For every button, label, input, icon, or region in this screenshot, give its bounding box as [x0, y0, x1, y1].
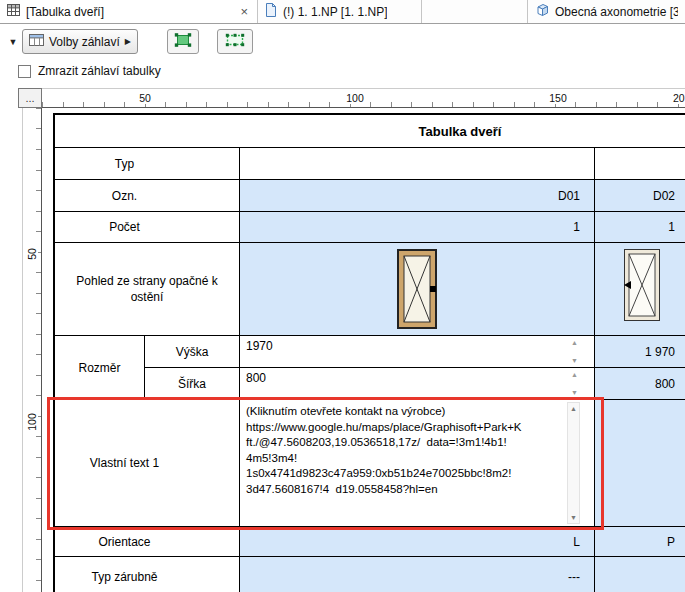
tab-label: [Tabulka dveří] — [26, 5, 104, 19]
cell-scrollbar[interactable]: ▲ ▼ — [567, 402, 580, 524]
floorplan-document-icon — [265, 3, 277, 20]
spin-up-icon[interactable]: ▲ — [571, 339, 578, 346]
freeze-header-checkbox[interactable] — [18, 65, 31, 78]
cell-ozn-d02[interactable]: D02 — [595, 180, 685, 212]
cell-door-preview-d01[interactable] — [240, 243, 595, 336]
ruler-label: 50 — [26, 244, 38, 264]
row-label-zarubne[interactable]: Typ zárubně — [55, 557, 240, 592]
ruler-label: 150 — [546, 92, 570, 104]
door-d01-preview-icon — [397, 249, 437, 332]
freeze-header-label: Zmrazit záhlaví tabulky — [38, 64, 161, 78]
tab-label: (!) 1. 1.NP [1. 1.NP] — [283, 5, 387, 19]
cell-sirka-d02[interactable]: 800 — [595, 368, 685, 400]
cell-zarubne-d01[interactable]: --- — [240, 557, 595, 592]
marquee-filled-button[interactable] — [167, 29, 199, 54]
tab-door-schedule[interactable]: [Tabulka dveří] × — [0, 0, 258, 23]
schedule-table-icon — [7, 4, 20, 19]
cell-sirka-d01[interactable]: 800 ▲ ▼ — [240, 368, 595, 400]
cell-vlastni-text-d01[interactable]: (Kliknutím otevřete kontakt na výrobce) … — [240, 400, 595, 527]
header-options-button[interactable]: Volby záhlaví ▶ — [22, 29, 138, 54]
cell-ozn-d01[interactable]: D01 — [240, 180, 595, 212]
marquee-outline-button[interactable] — [217, 29, 253, 54]
cell-typ-d01[interactable] — [240, 148, 595, 180]
row-label-pocet[interactable]: Počet — [55, 212, 240, 243]
row-label-pohled[interactable]: Pohled ze strany opačné k ostění — [55, 243, 240, 336]
app-window: [Tabulka dveří] × (!) 1. 1.NP [1. 1.NP] — [0, 0, 685, 592]
cell-vlastni-text-d02[interactable] — [595, 400, 685, 527]
schedule-title[interactable]: Tabulka dveří — [55, 115, 685, 148]
horizontal-ruler: 50 100 150 20 — [42, 88, 685, 108]
cell-pocet-d02[interactable]: 1 — [595, 212, 685, 243]
marquee-filled-icon — [174, 33, 192, 51]
ruler-options-button[interactable]: ... — [18, 88, 42, 108]
row-label-sirka[interactable]: Šířka — [145, 368, 240, 400]
cell-zarubne-d02[interactable] — [595, 557, 685, 592]
cell-orientace-d02[interactable]: P — [595, 527, 685, 557]
close-tab-icon[interactable]: × — [238, 5, 250, 18]
width-value: 800 — [246, 371, 266, 385]
toolbar-pulldown-icon[interactable]: ▼ — [5, 34, 21, 50]
row-label-rozmer[interactable]: Rozměr — [55, 336, 145, 400]
spin-up-icon[interactable]: ▲ — [571, 371, 578, 378]
cell-orientace-d01[interactable]: L — [240, 527, 595, 557]
ruler-label: 100 — [26, 412, 38, 432]
row-label-typ[interactable]: Typ — [55, 148, 240, 180]
custom-text-value: (Kliknutím otevřete kontakt na výrobce) … — [246, 404, 558, 497]
ellipsis-label: ... — [25, 92, 34, 104]
ruler-label: 50 — [136, 92, 154, 104]
header-options-label: Volby záhlaví — [49, 35, 120, 49]
submenu-arrow-icon: ▶ — [125, 37, 131, 46]
cell-vyska-d01[interactable]: 1970 ▲ ▼ — [240, 336, 595, 368]
row-label-vyska[interactable]: Výška — [145, 336, 240, 368]
spin-down-icon[interactable]: ▼ — [571, 357, 578, 364]
marquee-outline-icon — [225, 33, 245, 51]
cell-typ-d02[interactable] — [595, 148, 685, 180]
vertical-ruler: 50 100 — [22, 108, 42, 592]
row-label-orientace[interactable]: Orientace — [55, 527, 240, 557]
header-options-icon — [29, 34, 44, 49]
door-schedule-table: Tabulka dveří Typ Ozn. D01 D02 Počet 1 1… — [53, 113, 685, 592]
tab-bar: [Tabulka dveří] × (!) 1. 1.NP [1. 1.NP] — [0, 0, 685, 24]
scroll-down-icon[interactable]: ▼ — [568, 514, 579, 521]
cell-door-preview-d02[interactable] — [595, 243, 685, 336]
ruler-label: 100 — [343, 92, 367, 104]
tab-label: Obecná axonometrie [3D / v — [555, 5, 678, 19]
axonometry-3d-icon — [535, 3, 549, 20]
spin-down-icon[interactable]: ▼ — [571, 389, 578, 396]
scroll-up-icon[interactable]: ▲ — [568, 405, 579, 412]
height-value: 1970 — [246, 339, 273, 353]
tab-axonometry[interactable]: Obecná axonometrie [3D / v — [528, 0, 685, 23]
cell-vyska-d02[interactable]: 1 970 — [595, 336, 685, 368]
schedule-toolbar: ▼ Volby záhlaví ▶ — [0, 24, 685, 60]
door-d02-preview-icon — [624, 249, 660, 324]
cell-pocet-d01[interactable]: 1 — [240, 212, 595, 243]
row-label-vlastni-text[interactable]: Vlastní text 1 — [55, 400, 240, 527]
tab-bar-spacer — [422, 0, 528, 23]
ruler-tick-marks — [36, 108, 41, 592]
ruler-label: 20 — [670, 92, 685, 104]
tab-floorplan[interactable]: (!) 1. 1.NP [1. 1.NP] — [258, 0, 422, 23]
row-label-ozn[interactable]: Ozn. — [55, 180, 240, 212]
freeze-header-row: Zmrazit záhlaví tabulky — [18, 64, 161, 78]
